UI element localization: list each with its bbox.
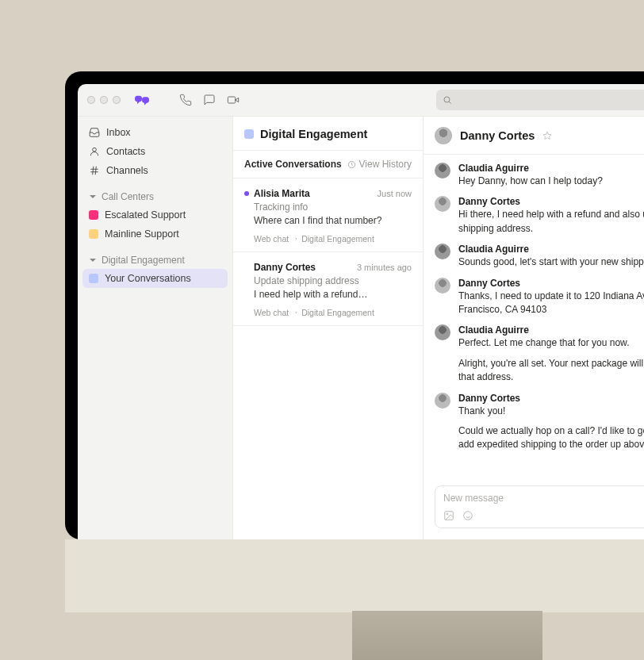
- nav-mainline-support[interactable]: Mainline Support: [82, 224, 228, 244]
- monitor-stand: [352, 611, 542, 660]
- swatch-icon: [89, 229, 98, 239]
- conversation-preview: I need help with a refund…: [254, 289, 412, 300]
- inbox-icon: [89, 127, 100, 138]
- message-text: Perfect. Let me change that for you now.: [458, 336, 644, 350]
- nav-escalated-support[interactable]: Escalated Support: [82, 205, 228, 224]
- conversation-name: Danny Cortes: [254, 262, 316, 273]
- nav-channels[interactable]: Channels: [82, 161, 228, 180]
- message-text: Could we actually hop on a call? I'd lik…: [458, 424, 644, 452]
- titlebar: [78, 84, 644, 116]
- conversation-item[interactable]: Danny Cortes 3 minutes ago Update shippi…: [233, 252, 423, 326]
- unread-dot-icon: [244, 191, 249, 196]
- conversation-item[interactable]: Alisia Marita Just now Tracking info Whe…: [233, 178, 423, 252]
- contact-avatar: [435, 127, 452, 144]
- window-close-icon[interactable]: [87, 96, 95, 104]
- contacts-icon: [89, 146, 100, 157]
- message: Danny Cortes Thank you! Could we actuall…: [435, 393, 644, 452]
- svg-point-10: [447, 513, 448, 515]
- composer-tools: [443, 510, 644, 521]
- conversation-meta: Web chat Digital Engagement: [254, 234, 412, 244]
- message-text: Alright, you're all set. Your next packa…: [458, 357, 644, 385]
- svg-line-5: [93, 167, 94, 175]
- hash-icon: [89, 165, 100, 176]
- contact-header: Danny Cortes: [424, 117, 644, 155]
- image-icon[interactable]: [443, 510, 454, 521]
- conversation-time: Just now: [378, 189, 412, 198]
- message-author: Danny Cortes: [458, 278, 644, 289]
- message-author: Claudia Aguirre: [458, 163, 644, 174]
- nav-channels-label: Channels: [106, 165, 148, 176]
- nav-inbox[interactable]: Inbox: [82, 123, 228, 142]
- message-text: Hey Danny, how can I help today?: [458, 175, 644, 188]
- message-composer[interactable]: [435, 485, 644, 528]
- video-icon[interactable]: [227, 94, 240, 106]
- view-history-button[interactable]: View History: [347, 159, 412, 170]
- avatar: [435, 163, 450, 178]
- avatar: [435, 393, 450, 409]
- window-zoom-icon[interactable]: [113, 96, 121, 104]
- nav-mainline-label: Mainline Support: [105, 228, 179, 240]
- conversations-column: Digital Engagement Active Conversations …: [233, 117, 424, 539]
- conversation-meta: Web chat Digital Engagement: [254, 308, 412, 317]
- message-text: Thank you!: [458, 405, 644, 418]
- nav-contacts-label: Contacts: [106, 146, 145, 157]
- message: Claudia Aguirre Sounds good, let's start…: [435, 244, 644, 269]
- avatar: [435, 196, 450, 212]
- nav-escalated-label: Escalated Support: [105, 209, 186, 221]
- message-author: Danny Cortes: [458, 393, 644, 404]
- conversation-time: 3 minutes ago: [357, 263, 412, 272]
- phone-icon[interactable]: [179, 94, 192, 106]
- svg-rect-0: [228, 97, 235, 103]
- nav-inbox-label: Inbox: [106, 127, 131, 138]
- arrow-right-icon: [292, 309, 298, 316]
- svg-point-2: [93, 148, 97, 152]
- conversation-subject: Update shipping address: [254, 275, 412, 286]
- message: Claudia Aguirre Perfect. Let me change t…: [435, 324, 644, 384]
- window-controls: [87, 96, 121, 104]
- channel-swatch-icon: [244, 129, 254, 139]
- message-text: Thanks, I need to update it to 120 India…: [458, 290, 644, 317]
- star-icon[interactable]: [542, 131, 552, 140]
- message-text: Sounds good, let's start with your new s…: [458, 255, 644, 269]
- view-history-label: View History: [359, 159, 412, 170]
- avatar: [435, 244, 450, 259]
- search-box[interactable]: [436, 90, 644, 110]
- active-conversations-label: Active Conversations: [244, 159, 342, 170]
- message: Claudia Aguirre Hey Danny, how can I hel…: [435, 163, 644, 188]
- message: Danny Cortes Hi there, I need help with …: [435, 196, 644, 236]
- swatch-icon: [89, 210, 98, 220]
- svg-point-11: [464, 512, 473, 520]
- conversations-subheader: Active Conversations View History: [233, 151, 423, 178]
- monitor-frame: Inbox Contacts Channels Call Centers Esc…: [65, 71, 644, 539]
- composer-input[interactable]: [443, 493, 644, 504]
- section-call-centers-label: Call Centers: [102, 191, 154, 202]
- nav-contacts[interactable]: Contacts: [82, 142, 228, 161]
- nav-your-conv-label: Your Conversations: [105, 273, 191, 284]
- swatch-icon: [89, 274, 98, 283]
- chevron-down-icon: [89, 193, 97, 201]
- message-list: Claudia Aguirre Hey Danny, how can I hel…: [424, 155, 644, 481]
- svg-marker-8: [543, 132, 551, 140]
- conversation-name: Alisia Marita: [254, 188, 310, 199]
- svg-point-1: [444, 97, 450, 102]
- search-input[interactable]: [457, 94, 644, 106]
- message-author: Danny Cortes: [458, 196, 644, 207]
- nav-your-conversations[interactable]: Your Conversations: [82, 269, 228, 288]
- svg-line-6: [95, 167, 96, 175]
- history-icon: [347, 160, 356, 169]
- message-text: Hi there, I need help with a refund and …: [458, 208, 644, 236]
- avatar: [435, 278, 450, 294]
- emoji-icon[interactable]: [462, 510, 473, 521]
- message-author: Claudia Aguirre: [458, 324, 644, 336]
- contact-name: Danny Cortes: [460, 129, 535, 142]
- message-author: Claudia Aguirre: [458, 244, 644, 255]
- window-minimize-icon[interactable]: [100, 96, 108, 104]
- section-digital-label: Digital Engagement: [102, 255, 185, 266]
- section-digital-engagement[interactable]: Digital Engagement: [82, 250, 228, 269]
- channel-title: Digital Engagement: [260, 128, 367, 140]
- app-window: Inbox Contacts Channels Call Centers Esc…: [78, 84, 644, 539]
- chat-icon[interactable]: [203, 94, 216, 106]
- section-call-centers[interactable]: Call Centers: [82, 186, 228, 205]
- main-layout: Inbox Contacts Channels Call Centers Esc…: [78, 116, 644, 539]
- conversation-detail: Danny Cortes Claudia Aguirre Hey Danny, …: [424, 117, 644, 539]
